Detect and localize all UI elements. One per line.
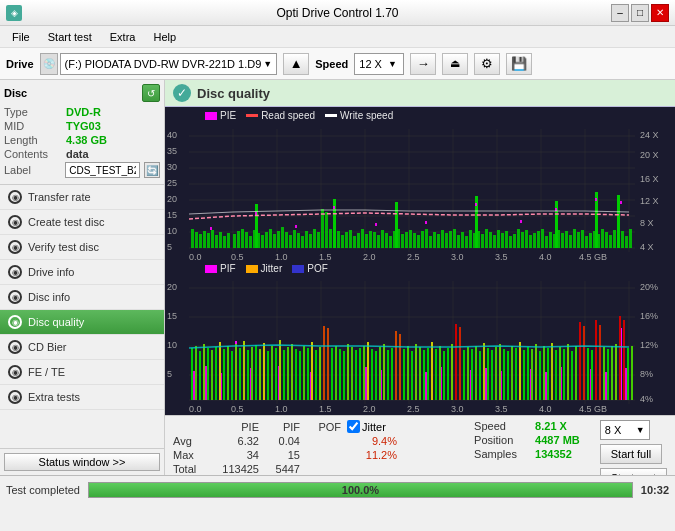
- svg-rect-257: [275, 348, 277, 400]
- disc-refresh-button[interactable]: ↺: [142, 84, 160, 102]
- drive-select-arrow: ▼: [263, 59, 272, 69]
- svg-rect-317: [515, 348, 517, 400]
- stats-pie-header: PIE: [214, 421, 259, 433]
- disc-label-button[interactable]: 🔄: [144, 162, 160, 178]
- avg-jitter: 9.4%: [347, 435, 397, 447]
- start-part-button[interactable]: Start part: [600, 468, 667, 475]
- eject-button[interactable]: ⏏: [442, 53, 468, 75]
- nav-disc-quality-label: Disc quality: [28, 316, 84, 328]
- svg-rect-93: [425, 229, 428, 248]
- sidebar-item-transfer-rate[interactable]: ◉ Transfer rate: [0, 185, 164, 210]
- speed-confirm-button[interactable]: →: [410, 53, 436, 75]
- progress-percent: 100.0%: [342, 484, 379, 496]
- close-button[interactable]: ✕: [651, 4, 669, 22]
- svg-rect-109: [489, 232, 492, 248]
- svg-rect-264: [303, 346, 305, 400]
- fe-te-icon: ◉: [8, 365, 22, 379]
- svg-rect-115: [513, 234, 516, 248]
- menu-extra[interactable]: Extra: [102, 29, 144, 45]
- create-test-disc-icon: ◉: [8, 215, 22, 229]
- svg-rect-259: [283, 350, 285, 400]
- svg-rect-267: [315, 350, 317, 400]
- svg-rect-319: [523, 350, 525, 400]
- svg-rect-302: [455, 324, 457, 400]
- svg-rect-291: [411, 351, 413, 400]
- svg-rect-84: [389, 236, 392, 248]
- settings-button[interactable]: ⚙: [474, 53, 500, 75]
- status-window-button[interactable]: Status window >>: [4, 453, 160, 471]
- svg-text:4 X: 4 X: [640, 242, 654, 252]
- svg-rect-35: [191, 229, 194, 248]
- svg-rect-239: [203, 344, 205, 400]
- drive-toolbar: Drive 💿 (F:) PIODATA DVD-RW DVR-221D 1.D…: [0, 48, 675, 80]
- transfer-rate-icon: ◉: [8, 190, 22, 204]
- svg-rect-68: [325, 212, 328, 248]
- disc-quality-title: Disc quality: [197, 86, 270, 101]
- svg-rect-39: [207, 233, 210, 248]
- svg-text:25: 25: [167, 178, 177, 188]
- legend-pof: POF: [292, 263, 328, 274]
- sidebar-item-cd-bier[interactable]: ◉ CD Bier: [0, 335, 164, 360]
- menu-file[interactable]: File: [4, 29, 38, 45]
- sidebar-item-disc-info[interactable]: ◉ Disc info: [0, 285, 164, 310]
- svg-rect-132: [581, 230, 584, 248]
- svg-rect-73: [345, 232, 348, 248]
- svg-rect-87: [401, 234, 404, 248]
- svg-rect-79: [369, 231, 372, 248]
- start-full-button[interactable]: Start full: [600, 444, 662, 464]
- sidebar-item-create-test-disc[interactable]: ◉ Create test disc: [0, 210, 164, 235]
- svg-rect-98: [445, 233, 448, 248]
- svg-text:4%: 4%: [640, 394, 653, 404]
- stats-column-labels: PIE PIF POF Jitter Avg 6.32 0.04 9.4%: [173, 420, 397, 475]
- menu-help[interactable]: Help: [145, 29, 184, 45]
- disc-label-key: Label: [4, 164, 61, 176]
- svg-rect-96: [437, 234, 440, 248]
- svg-rect-123: [545, 236, 548, 248]
- disc-length-label: Length: [4, 134, 62, 146]
- svg-rect-262: [295, 349, 297, 400]
- chart-section: PIE Read speed Write speed 40 35: [165, 107, 675, 415]
- svg-rect-244: [223, 349, 225, 400]
- stats-header-row: PIE PIF POF Jitter: [173, 420, 397, 433]
- disc-quality-icon: ◉: [8, 315, 22, 329]
- speed-select[interactable]: 12 X ▼: [354, 53, 404, 75]
- sidebar-item-drive-info[interactable]: ◉ Drive info: [0, 260, 164, 285]
- svg-rect-270: [327, 328, 329, 400]
- svg-text:1.0: 1.0: [275, 252, 288, 261]
- svg-rect-248: [239, 348, 241, 400]
- test-speed-select[interactable]: 8 X ▼: [600, 420, 650, 440]
- svg-rect-310: [487, 348, 489, 400]
- drive-select[interactable]: (F:) PIODATA DVD-RW DVR-221D 1.D9 ▼: [60, 53, 278, 75]
- speed-key: Speed: [474, 420, 529, 432]
- svg-text:1.5: 1.5: [319, 404, 332, 414]
- jitter-checkbox[interactable]: [347, 420, 360, 433]
- svg-rect-108: [485, 229, 488, 248]
- svg-rect-315: [507, 351, 509, 400]
- svg-rect-83: [385, 233, 388, 248]
- sidebar-item-extra-tests[interactable]: ◉ Extra tests: [0, 385, 164, 410]
- menu-start-test[interactable]: Start test: [40, 29, 100, 45]
- svg-rect-286: [391, 348, 393, 400]
- sidebar-item-fe-te[interactable]: ◉ FE / TE: [0, 360, 164, 385]
- disc-type-label: Type: [4, 106, 62, 118]
- save-button[interactable]: 💾: [506, 53, 532, 75]
- svg-rect-283: [379, 347, 381, 400]
- svg-rect-324: [543, 346, 545, 400]
- maximize-button[interactable]: □: [631, 4, 649, 22]
- stats-avg-row: Avg 6.32 0.04 9.4%: [173, 435, 397, 447]
- svg-rect-137: [601, 229, 604, 248]
- svg-rect-342: [615, 344, 617, 400]
- stats-bar: PIE PIF POF Jitter Avg 6.32 0.04 9.4%: [165, 415, 675, 475]
- legend-pif: PIF: [205, 263, 236, 274]
- total-label: Total: [173, 463, 208, 475]
- disc-label-input[interactable]: [65, 162, 140, 178]
- svg-rect-323: [539, 351, 541, 400]
- jitter-checkbox-area[interactable]: Jitter: [347, 420, 386, 433]
- sidebar-item-disc-quality[interactable]: ◉ Disc quality: [0, 310, 164, 335]
- svg-rect-82: [381, 230, 384, 248]
- svg-rect-241: [211, 350, 213, 400]
- minimize-button[interactable]: –: [611, 4, 629, 22]
- sidebar-item-verify-test-disc[interactable]: ◉ Verify test disc: [0, 235, 164, 260]
- drive-up-button[interactable]: ▲: [283, 53, 309, 75]
- svg-rect-299: [443, 351, 445, 400]
